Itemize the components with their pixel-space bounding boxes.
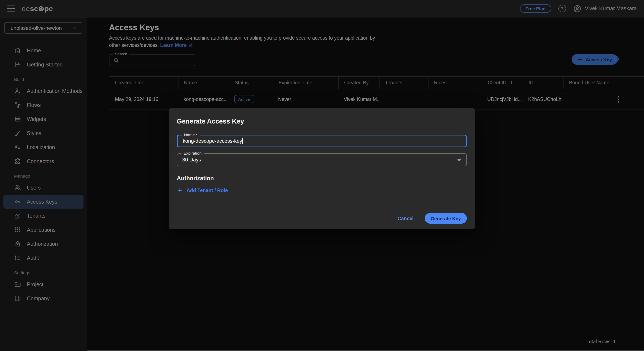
app-viewport: desc⊛pe Free Plan ? Vivek Kumar Maskara … xyxy=(0,0,644,351)
expiration-select[interactable]: Expiration 30 Days xyxy=(177,153,467,166)
text-cursor xyxy=(242,138,243,144)
name-field: Name * kong-descope-access-key xyxy=(177,134,467,148)
authorization-heading: Authorization xyxy=(177,175,467,182)
modal-footer: Cancel Generate Key xyxy=(398,213,467,224)
add-tenant-role-label: Add Tenant / Role xyxy=(186,188,228,193)
generate-key-button[interactable]: Generate Key xyxy=(425,213,467,224)
name-input[interactable]: kong-descope-access-key xyxy=(183,136,243,146)
add-tenant-role-button[interactable]: Add Tenant / Role xyxy=(177,188,228,194)
modal-title: Generate Access Key xyxy=(177,118,467,125)
generate-access-key-modal: Generate Access Key Name * kong-descope-… xyxy=(169,108,475,229)
dropdown-arrow-icon xyxy=(457,159,461,162)
cancel-button[interactable]: Cancel xyxy=(398,216,414,221)
expiration-selected-value: 30 Days xyxy=(182,154,201,166)
plus-icon xyxy=(177,188,183,194)
name-input-value: kong-descope-access-key xyxy=(183,138,242,144)
